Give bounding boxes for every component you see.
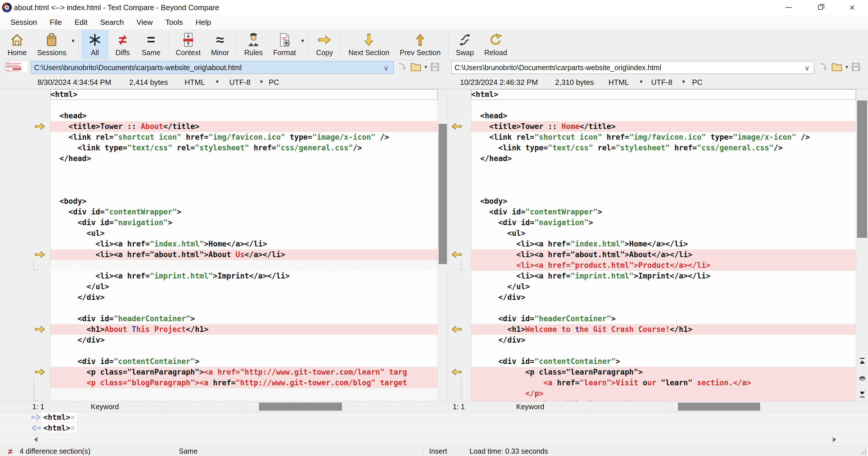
left-encoding-dropdown-icon[interactable]: ▼ bbox=[259, 79, 264, 85]
gutter-row bbox=[0, 175, 50, 185]
home-button[interactable]: Home bbox=[2, 30, 32, 59]
scroll-here-icon[interactable] bbox=[856, 376, 868, 381]
left-vertical-scrollbar[interactable] bbox=[437, 89, 448, 401]
scroll-top-icon[interactable] bbox=[856, 361, 868, 364]
menu-tools[interactable]: Tools bbox=[159, 16, 189, 29]
left-save-icon[interactable] bbox=[430, 62, 440, 72]
diff-section-marker-icon[interactable] bbox=[452, 251, 461, 258]
code-line bbox=[51, 185, 437, 196]
diff-section-marker-icon[interactable] bbox=[452, 326, 461, 333]
code-line: <link type="text/css" rel="stylesheet" h… bbox=[51, 143, 437, 153]
diff-section-marker-icon[interactable] bbox=[452, 123, 461, 130]
diff-section-marker-icon[interactable] bbox=[452, 369, 461, 375]
minor-button[interactable]: ≈ Minor bbox=[206, 30, 235, 59]
left-folder-dropdown-icon[interactable]: ▾ bbox=[425, 64, 427, 70]
close-button[interactable]: × bbox=[836, 0, 868, 15]
right-folder-dropdown-icon[interactable]: ▾ bbox=[845, 64, 848, 70]
left-hscrollbar-thumb[interactable] bbox=[259, 403, 342, 411]
menu-edit[interactable]: Edit bbox=[68, 16, 94, 29]
left-file-format[interactable]: HTML bbox=[185, 78, 205, 87]
gutter-row bbox=[0, 196, 50, 207]
copy-button[interactable]: Copy bbox=[311, 30, 338, 59]
left-scrollbar-thumb[interactable] bbox=[439, 124, 447, 264]
context-button[interactable]: Context bbox=[171, 30, 206, 59]
gutter-row bbox=[448, 228, 471, 239]
code-line: <div id="headerContainer"> bbox=[51, 313, 437, 324]
code-line: <head> bbox=[51, 111, 437, 121]
left-format-dropdown-icon[interactable]: ▼ bbox=[215, 79, 220, 85]
filter-all-button[interactable]: All bbox=[81, 30, 109, 59]
diff-section-marker-icon[interactable] bbox=[35, 251, 45, 258]
insert-mode-indicator: Insert bbox=[429, 447, 447, 455]
menu-session[interactable]: Session bbox=[4, 16, 43, 29]
right-vertical-scrollbar[interactable] bbox=[856, 89, 868, 401]
session-diff-icon[interactable] bbox=[5, 61, 28, 74]
diff-section-marker-icon[interactable] bbox=[35, 369, 45, 375]
right-open-folder-icon[interactable] bbox=[831, 62, 843, 72]
left-path-combo-icon[interactable]: ∨ bbox=[383, 64, 389, 72]
menu-view[interactable]: View bbox=[130, 16, 159, 29]
menu-search[interactable]: Search bbox=[94, 16, 130, 29]
right-code-pane[interactable]: <html> <head> <title>Tower :: Home</titl… bbox=[471, 89, 856, 401]
sessions-dropdown-icon[interactable]: ▾ bbox=[71, 30, 76, 59]
detail-horizontal-scrollbar[interactable] bbox=[0, 433, 868, 446]
code-line: <html> bbox=[471, 89, 856, 100]
menu-file[interactable]: File bbox=[43, 16, 68, 29]
left-file-path-input[interactable] bbox=[31, 61, 394, 74]
filter-diffs-button[interactable]: ≠ Diffs bbox=[109, 30, 136, 59]
restore-button[interactable] bbox=[805, 0, 836, 15]
right-file-format[interactable]: HTML bbox=[609, 78, 629, 87]
scroll-right-icon[interactable] bbox=[833, 437, 836, 442]
gutter-row bbox=[0, 89, 50, 100]
format-button[interactable]: Format bbox=[268, 30, 301, 59]
toolbar-separator bbox=[341, 33, 341, 56]
left-open-folder-icon[interactable] bbox=[410, 62, 422, 72]
format-dropdown-icon[interactable]: ▾ bbox=[301, 30, 306, 59]
right-file-path-input[interactable] bbox=[451, 61, 814, 74]
code-line bbox=[51, 175, 437, 185]
left-file-encoding[interactable]: UTF-8 bbox=[229, 78, 251, 87]
filter-same-button[interactable]: = Same bbox=[136, 30, 165, 59]
prev-section-button[interactable]: Prev Section bbox=[395, 30, 446, 59]
rules-button[interactable]: Rules bbox=[239, 30, 268, 59]
gutter-row bbox=[0, 335, 50, 345]
minimize-button[interactable] bbox=[773, 0, 805, 15]
file-meta-row: 8/30/2024 4:34:54 PM 2,414 bytes HTML ▼ … bbox=[0, 76, 868, 89]
swap-icon bbox=[458, 32, 471, 48]
right-path-combo-icon[interactable]: ∨ bbox=[805, 64, 810, 72]
pane-status-row: 1: 1 Keyword 1: 1 Keyword bbox=[0, 401, 868, 412]
gutter-row bbox=[0, 313, 50, 324]
swap-button[interactable]: Swap bbox=[451, 30, 479, 59]
prev-section-arrow-icon bbox=[414, 32, 426, 48]
menu-help[interactable]: Help bbox=[189, 16, 217, 29]
difference-count: 4 difference section(s) bbox=[20, 447, 91, 455]
right-encoding-dropdown-icon[interactable]: ▼ bbox=[681, 79, 686, 85]
left-horizontal-scrollbar[interactable] bbox=[247, 402, 448, 411]
diff-section-marker-icon[interactable] bbox=[35, 123, 45, 130]
detail-row-right-line[interactable]: <html>¤ bbox=[0, 423, 868, 433]
gutter-row bbox=[0, 132, 50, 143]
right-scrollbar-thumb[interactable] bbox=[857, 101, 867, 238]
left-code-pane[interactable]: <html> <head> <title>Tower :: About</tit… bbox=[51, 89, 437, 401]
gutter-row bbox=[448, 271, 471, 281]
scroll-left-icon[interactable] bbox=[34, 437, 37, 442]
sessions-button[interactable]: Sessions bbox=[32, 30, 71, 59]
resize-grip[interactable] bbox=[861, 449, 866, 455]
scroll-bottom-icon[interactable] bbox=[856, 392, 868, 395]
reload-button[interactable]: Reload bbox=[479, 30, 512, 59]
right-format-dropdown-icon[interactable]: ▼ bbox=[639, 79, 644, 85]
gutter-row bbox=[0, 281, 50, 292]
right-browse-parent-icon[interactable] bbox=[818, 62, 828, 72]
gutter-row bbox=[0, 292, 50, 303]
next-section-button[interactable]: Next Section bbox=[343, 30, 395, 59]
code-line: <link rel="shortcut icon" href="img/favi… bbox=[51, 132, 437, 143]
right-horizontal-scrollbar[interactable] bbox=[667, 402, 868, 411]
code-line: <html> bbox=[51, 89, 437, 100]
right-save-icon[interactable] bbox=[851, 62, 861, 72]
detail-row-left-line[interactable]: <html>¤ bbox=[0, 412, 868, 423]
left-browse-parent-icon[interactable] bbox=[397, 62, 407, 72]
gutter-row bbox=[0, 388, 50, 401]
diff-section-marker-icon[interactable] bbox=[35, 326, 45, 333]
right-file-encoding[interactable]: UTF-8 bbox=[651, 78, 673, 87]
right-hscrollbar-thumb[interactable] bbox=[678, 403, 760, 411]
